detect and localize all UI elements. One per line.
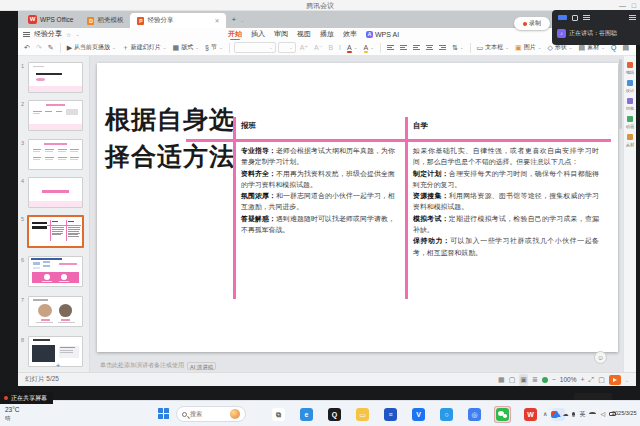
- taskbar-app-wechat[interactable]: [494, 406, 511, 423]
- speaker-notes-hint[interactable]: 单击此处添加演讲者备注或使用 AI 演讲稿: [100, 361, 216, 370]
- right-tab-切换[interactable]: 切换: [625, 98, 635, 111]
- right-tab-编辑[interactable]: 编辑: [625, 62, 635, 75]
- numbering-button[interactable]: [398, 41, 409, 54]
- slide-title-line1[interactable]: 根据自身选: [105, 103, 245, 136]
- normal-view-icon[interactable]: ▢: [509, 374, 516, 386]
- fullscreen-icon[interactable]: ▢: [598, 374, 605, 386]
- taskbar-app-tencent-meeting[interactable]: V: [410, 406, 427, 423]
- doc-title-caret-icon[interactable]: ⌄: [75, 31, 79, 37]
- taskbar-app-tencent-docs[interactable]: ≡: [382, 406, 399, 423]
- section-button[interactable]: §节⌄: [203, 41, 225, 54]
- decrease-font-button[interactable]: A⁻: [312, 41, 324, 54]
- play-slideshow-button[interactable]: [609, 375, 621, 385]
- slide-column-2[interactable]: 自学如果你基础扎实、自律性强，或者更喜欢自由安排学习时间，那么自学也是个不错的选…: [413, 121, 599, 258]
- taskbar-app-wps-office[interactable]: W: [522, 406, 539, 423]
- canvas-scrollbar[interactable]: [619, 59, 622, 129]
- meeting-more-icon[interactable]: [629, 14, 636, 21]
- meeting-tray-icon[interactable]: [551, 411, 558, 418]
- highlight-color-button[interactable]: A⌄: [362, 41, 376, 54]
- slide-layout-button[interactable]: ▦版式⌄: [171, 41, 201, 54]
- right-tab-动画[interactable]: 动画: [625, 116, 635, 129]
- slide-thumbnail-2[interactable]: [28, 100, 83, 131]
- redo-button[interactable]: ↷: [34, 41, 44, 54]
- menu-播放[interactable]: 播放: [320, 29, 334, 39]
- tab-list-caret-icon[interactable]: ⌄: [240, 17, 244, 23]
- italic-button[interactable]: I: [337, 41, 343, 54]
- slide-thumbnail-7[interactable]: [28, 296, 83, 327]
- slide-thumbnail-1[interactable]: [28, 62, 83, 93]
- meeting-share-indicator-icon[interactable]: [558, 15, 567, 20]
- increase-font-button[interactable]: A⁺: [298, 41, 310, 54]
- taskbar-app-app-blue-circle[interactable]: ◎: [466, 406, 483, 423]
- taskbar-app-qq-browser[interactable]: ○: [438, 406, 455, 423]
- tray-expand-icon[interactable]: ∧: [543, 409, 547, 419]
- tab-close-icon[interactable]: ✕: [214, 17, 219, 24]
- meeting-layout-icon[interactable]: [572, 15, 578, 21]
- right-tab-素材[interactable]: 素材: [625, 134, 635, 147]
- zoom-out-button[interactable]: −: [552, 374, 556, 386]
- menu-WPS AI[interactable]: AWPS AI: [366, 31, 399, 38]
- new-tab-button[interactable]: +: [231, 15, 236, 24]
- align-left-button[interactable]: [411, 41, 422, 54]
- bullets-button[interactable]: [385, 41, 396, 54]
- menu-开始[interactable]: 开始: [228, 29, 242, 39]
- volume-icon[interactable]: ◁: [600, 409, 605, 419]
- text-box-button[interactable]: ▭文本框⌄: [475, 41, 511, 54]
- bold-button[interactable]: B: [326, 41, 335, 54]
- menu-视图[interactable]: 视图: [297, 29, 311, 39]
- favorite-star-icon[interactable]: ☆: [66, 31, 71, 38]
- notes-view-icon[interactable]: ≣: [532, 374, 538, 386]
- taskbar-search-input[interactable]: 搜索: [176, 406, 246, 422]
- add-slide-button[interactable]: +: [48, 361, 68, 370]
- start-button[interactable]: [158, 408, 169, 419]
- font-size-box[interactable]: ⌄: [278, 42, 296, 53]
- grid-view-icon[interactable]: ▦: [498, 374, 505, 386]
- line-spacing-button[interactable]: ⇅⌄: [450, 41, 466, 54]
- slide-thumbnail-4[interactable]: [28, 177, 83, 208]
- slide-thumbnail-3[interactable]: [28, 139, 83, 170]
- menu-插入[interactable]: 插入: [251, 29, 265, 39]
- current-view-icon[interactable]: ▣: [519, 374, 528, 386]
- recording-indicator[interactable]: 录制: [514, 17, 550, 30]
- zoom-in-button[interactable]: +: [580, 374, 584, 386]
- taskbar-app-edge-browser[interactable]: e: [298, 406, 315, 423]
- wps-home-button[interactable]: W WPS Office: [21, 11, 80, 28]
- menu-审阅[interactable]: 审阅: [274, 29, 288, 39]
- taskbar-app-file-explorer[interactable]: ▭: [354, 406, 371, 423]
- new-slide-button[interactable]: ＋新建幻灯片⌄: [120, 41, 169, 54]
- main-menu-icon[interactable]: [23, 31, 30, 38]
- input-method-indicator[interactable]: 英: [579, 409, 585, 419]
- ai-script-badge[interactable]: AI 演讲稿: [187, 362, 216, 370]
- weather-widget[interactable]: 23°C 晴: [5, 405, 20, 423]
- font-family-box[interactable]: ⌄: [234, 42, 276, 53]
- align-center-button[interactable]: [424, 41, 435, 54]
- right-tab-设计[interactable]: 设计: [625, 80, 635, 93]
- format-painter-button[interactable]: ✎: [46, 41, 56, 54]
- slide-column-1[interactable]: 报班专业指导：老师会根据考试大纲和历年真题，为你量身定制学习计划。资料齐全：不用…: [241, 121, 395, 235]
- align-right-button[interactable]: [437, 41, 448, 54]
- fit-slide-icon[interactable]: ⤢: [589, 374, 595, 386]
- wifi-icon[interactable]: [589, 412, 596, 416]
- meeting-menu-icon[interactable]: [583, 14, 590, 21]
- picture-button[interactable]: ▣图片⌄: [513, 41, 543, 54]
- font-color-button[interactable]: A⌄: [345, 41, 359, 54]
- slide-thumbnail-6[interactable]: [28, 256, 83, 287]
- eye-protection-icon[interactable]: [542, 377, 548, 383]
- cloud-tray-icon[interactable]: ☁: [562, 409, 568, 419]
- microphone-tray-icon[interactable]: [572, 412, 575, 417]
- taskbar-clock[interactable]: 2025/3/25: [612, 410, 640, 416]
- slide-thumbnail-5[interactable]: [27, 215, 84, 248]
- taskbar-app-task-view[interactable]: ⧉: [270, 406, 287, 423]
- menu-效率[interactable]: 效率: [343, 29, 357, 39]
- wps-assistant-icon[interactable]: ☺: [594, 351, 607, 364]
- tab-docer-templates[interactable]: D 稻壳模板: [80, 13, 130, 28]
- qq-browser-icon: ○: [440, 408, 453, 421]
- tab-current-document[interactable]: P 经验分享 ✕: [130, 13, 226, 28]
- current-slide[interactable]: 根据自身选 择合适方法 报班专业指导：老师会根据考试大纲和历年真题，为你量身定制…: [97, 63, 618, 352]
- slide-title-line2[interactable]: 择合适方法: [105, 140, 245, 173]
- play-options-caret-icon[interactable]: ⌄: [625, 377, 629, 383]
- taskbar-app-qq[interactable]: Q: [326, 406, 343, 423]
- caret-down-icon: ⌄: [370, 45, 374, 50]
- undo-button[interactable]: ↶: [22, 41, 32, 54]
- play-from-current-button[interactable]: ▶从当前页播放⌄: [65, 41, 118, 54]
